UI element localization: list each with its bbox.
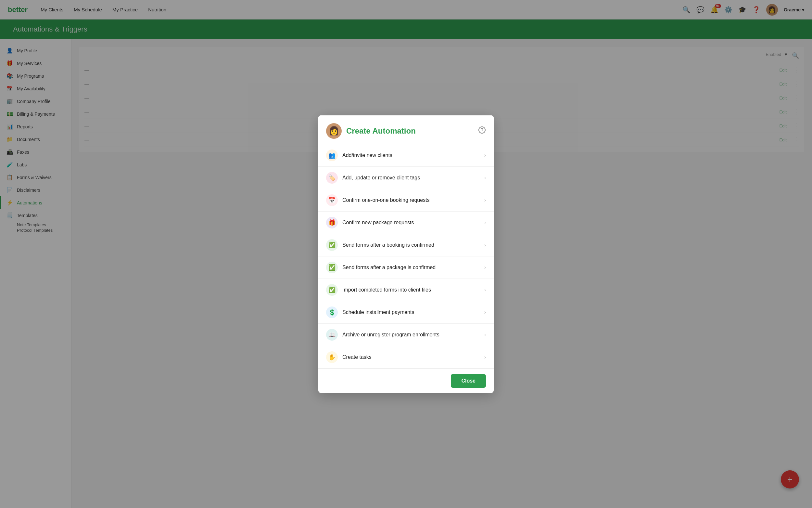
automation-item-create-tasks[interactable]: ✋ Create tasks › bbox=[318, 346, 494, 369]
chevron-right-icon: › bbox=[484, 354, 486, 360]
import-forms-label: Import completed forms into client files bbox=[342, 287, 480, 293]
booking-requests-label: Confirm one-on-one booking requests bbox=[342, 197, 480, 203]
modal-overlay[interactable]: 👩 Create Automation 👥 Add/invite new cli… bbox=[0, 0, 812, 508]
create-automation-modal: 👩 Create Automation 👥 Add/invite new cli… bbox=[318, 115, 494, 393]
package-requests-icon: 🎁 bbox=[326, 217, 338, 228]
modal-title: Create Automation bbox=[346, 126, 416, 135]
add-clients-icon: 👥 bbox=[326, 150, 338, 161]
modal-header: 👩 Create Automation bbox=[318, 115, 494, 144]
forms-booking-label: Send forms after a booking is confirmed bbox=[342, 242, 480, 248]
add-clients-label: Add/invite new clients bbox=[342, 153, 480, 158]
forms-package-label: Send forms after a package is confirmed bbox=[342, 264, 480, 270]
import-forms-icon: ✅ bbox=[326, 284, 338, 296]
archive-enrollments-icon: 📖 bbox=[326, 329, 338, 341]
automation-item-import-forms[interactable]: ✅ Import completed forms into client fil… bbox=[318, 279, 494, 301]
automation-item-add-clients[interactable]: 👥 Add/invite new clients › bbox=[318, 144, 494, 167]
booking-requests-icon: 📅 bbox=[326, 194, 338, 206]
modal-footer: Close bbox=[318, 369, 494, 393]
automation-item-installment-payments[interactable]: 💲 Schedule installment payments › bbox=[318, 301, 494, 324]
automation-list: 👥 Add/invite new clients › 🏷️ Add, updat… bbox=[318, 144, 494, 369]
automation-item-forms-booking[interactable]: ✅ Send forms after a booking is confirme… bbox=[318, 234, 494, 256]
chevron-right-icon: › bbox=[484, 264, 486, 270]
forms-package-icon: ✅ bbox=[326, 262, 338, 273]
chevron-right-icon: › bbox=[484, 309, 486, 315]
modal-avatar: 👩 bbox=[326, 123, 342, 139]
create-tasks-label: Create tasks bbox=[342, 354, 480, 360]
installment-payments-label: Schedule installment payments bbox=[342, 309, 480, 315]
chevron-right-icon: › bbox=[484, 197, 486, 203]
installment-payments-icon: 💲 bbox=[326, 306, 338, 318]
forms-booking-icon: ✅ bbox=[326, 239, 338, 251]
archive-enrollments-label: Archive or unregister program enrollment… bbox=[342, 332, 480, 338]
chevron-right-icon: › bbox=[484, 153, 486, 158]
chevron-right-icon: › bbox=[484, 332, 486, 338]
automation-item-client-tags[interactable]: 🏷️ Add, update or remove client tags › bbox=[318, 167, 494, 189]
chevron-right-icon: › bbox=[484, 242, 486, 248]
client-tags-label: Add, update or remove client tags bbox=[342, 175, 480, 181]
create-tasks-icon: ✋ bbox=[326, 351, 338, 363]
chevron-right-icon: › bbox=[484, 175, 486, 181]
client-tags-icon: 🏷️ bbox=[326, 172, 338, 184]
chevron-right-icon: › bbox=[484, 287, 486, 293]
package-requests-label: Confirm new package requests bbox=[342, 220, 480, 225]
automation-item-package-requests[interactable]: 🎁 Confirm new package requests › bbox=[318, 212, 494, 234]
automation-item-archive-enrollments[interactable]: 📖 Archive or unregister program enrollme… bbox=[318, 324, 494, 346]
automation-item-booking-requests[interactable]: 📅 Confirm one-on-one booking requests › bbox=[318, 189, 494, 212]
automation-item-forms-package[interactable]: ✅ Send forms after a package is confirme… bbox=[318, 256, 494, 279]
help-circle-icon[interactable] bbox=[478, 126, 486, 135]
chevron-right-icon: › bbox=[484, 220, 486, 225]
close-button[interactable]: Close bbox=[451, 374, 486, 388]
